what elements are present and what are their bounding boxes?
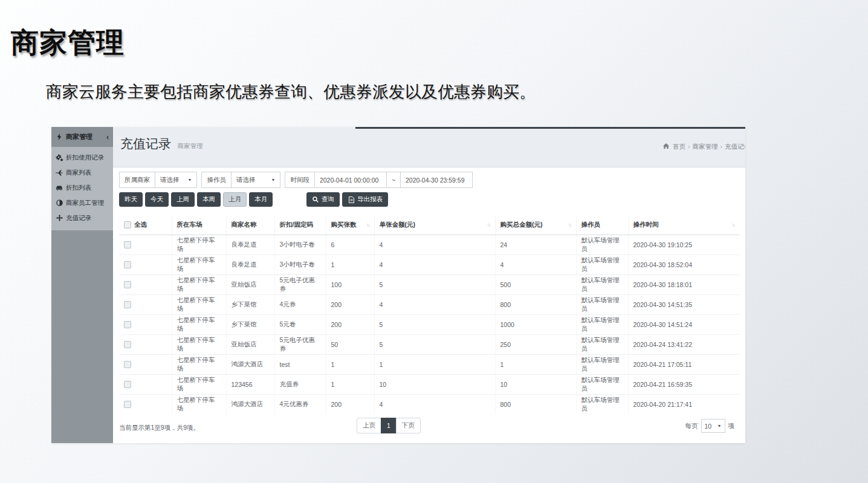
- sidebar-item-discount-list[interactable]: 折扣列表: [51, 180, 113, 195]
- select-all-checkbox[interactable]: [124, 221, 131, 229]
- breadcrumb-section[interactable]: 商家管理: [692, 143, 717, 150]
- cell-total-amount: 24: [495, 235, 576, 254]
- cell-merchant: 亚始饭店: [226, 334, 274, 354]
- table-row: 七星桥下停车场鸿源大酒店test111默认车场管理员2020-04-21 17:…: [119, 354, 739, 374]
- breadcrumb: 首页›商家管理›充值记录: [663, 143, 745, 151]
- sort-icon[interactable]: ↑↓: [568, 222, 571, 228]
- this-week-button[interactable]: 本周: [197, 192, 221, 207]
- row-checkbox-cell: [119, 354, 172, 374]
- sidebar-item-merchant-staff-management[interactable]: 商家员工管理: [51, 195, 113, 210]
- column-operate-time[interactable]: 操作时间↑↓: [628, 215, 739, 235]
- column-unit-amount[interactable]: 单张金额(元)↑↓: [374, 215, 495, 235]
- row-checkbox[interactable]: [124, 381, 131, 388]
- cell-unit-amount: 4: [374, 294, 495, 314]
- column-label: 单张金额(元): [380, 221, 416, 229]
- column-label: 商家名称: [232, 221, 257, 228]
- cell-merchant: 鸿源大酒店: [226, 354, 274, 374]
- home-icon: [663, 143, 669, 149]
- next-page-button[interactable]: 下页: [396, 418, 421, 433]
- operator-filter-label: 操作员: [201, 172, 232, 188]
- sidebar-header-label: 商家管理: [66, 132, 106, 141]
- row-checkbox-cell: [119, 334, 172, 354]
- cell-merchant: 鸿源大酒店: [226, 394, 274, 414]
- cell-park: 七星桥下停车场: [172, 354, 226, 374]
- column-purchase-count[interactable]: 购买张数↑↓: [326, 215, 374, 235]
- cell-total-amount: 500: [495, 274, 576, 294]
- period-to-input[interactable]: 2020-04-30 23:59:59: [400, 172, 473, 188]
- search-button-label: 查询: [322, 195, 334, 204]
- row-checkbox[interactable]: [124, 321, 131, 328]
- search-button[interactable]: 查询: [306, 192, 340, 207]
- cell-unit-amount: 4: [374, 235, 495, 254]
- sort-icon[interactable]: ↑↓: [487, 222, 490, 228]
- cell-unit-amount: 10: [374, 374, 495, 394]
- cell-park: 七星桥下停车场: [172, 235, 226, 254]
- cell-operator: 默认车场管理员: [576, 354, 628, 374]
- row-checkbox[interactable]: [124, 361, 131, 368]
- sidebar-item-label: 充值记录: [66, 214, 91, 222]
- cell-merchant: 良泰足道: [226, 235, 274, 254]
- cell-count: 6: [326, 235, 374, 254]
- sidebar: 商家管理 ‹ 折扣使用记录 商家列表 折扣列表: [51, 127, 113, 443]
- period-from-input[interactable]: 2020-04-01 00:00:00: [314, 172, 387, 188]
- table-row: 七星桥下停车场良泰足道3小时电子卷144默认车场管理员2020-04-30 18…: [119, 254, 739, 274]
- table-row: 七星桥下停车场乡下菜馆4元券2004800默认车场管理员2020-04-30 1…: [119, 294, 739, 314]
- row-checkbox[interactable]: [124, 281, 131, 288]
- car-icon: [56, 184, 63, 192]
- merchant-select[interactable]: 请选择 ▼: [155, 172, 197, 188]
- per-page-select[interactable]: 10 ▼: [701, 419, 725, 433]
- sort-icon[interactable]: ↑↓: [366, 222, 369, 228]
- table-row: 七星桥下停车场良泰足道3小时电子卷6424默认车场管理员2020-04-30 1…: [119, 235, 739, 254]
- row-checkbox[interactable]: [124, 261, 131, 268]
- table-summary: 当前显示第1至9项，共9项。: [119, 424, 199, 432]
- sidebar-item-discount-usage-records[interactable]: 折扣使用记录: [51, 150, 113, 165]
- cell-merchant: 良泰足道: [226, 254, 274, 274]
- cell-count: 200: [326, 294, 374, 314]
- column-label: 操作时间: [633, 221, 659, 229]
- breadcrumb-home[interactable]: 首页: [673, 143, 685, 150]
- caret-down-icon: ▼: [271, 178, 275, 182]
- row-checkbox-cell: [119, 294, 172, 314]
- sidebar-item-merchant-management[interactable]: 商家管理 ‹: [51, 127, 113, 147]
- cell-time: 2020-04-24 13:41:22: [628, 334, 739, 354]
- cell-operator: 默认车场管理员: [576, 314, 628, 334]
- column-total-amount[interactable]: 购买总金额(元)↑↓: [495, 215, 576, 235]
- column-label: 购买总金额(元): [500, 221, 543, 229]
- cell-time: 2020-04-30 19:10:25: [628, 235, 739, 254]
- cell-count: 1: [326, 374, 374, 394]
- last-week-button[interactable]: 上周: [171, 192, 195, 207]
- sort-icon[interactable]: ↑↓: [731, 222, 734, 228]
- recharge-records-table: 全选 所在车场 商家名称 折扣/固定码 购买张数↑↓ 单张金额(元)↑↓ 购买总…: [119, 215, 739, 414]
- row-checkbox[interactable]: [124, 241, 131, 248]
- row-checkbox[interactable]: [124, 401, 131, 408]
- cell-coupon: 5元电子优惠券: [274, 274, 326, 294]
- cell-coupon: 5元卷: [274, 314, 326, 334]
- sidebar-item-label: 折扣列表: [66, 184, 91, 192]
- cell-total-amount: 4: [495, 254, 576, 274]
- table-row: 七星桥下停车场鸿源大酒店4元优惠券2004800默认车场管理员2020-04-2…: [119, 394, 739, 414]
- operator-select[interactable]: 请选择 ▼: [231, 172, 280, 188]
- sidebar-item-merchant-list[interactable]: 商家列表: [51, 165, 113, 180]
- cell-coupon: 5元电子优惠券: [274, 334, 326, 354]
- row-checkbox-cell: [119, 314, 172, 334]
- quick-date-buttons: 昨天 今天 上周 本周 上月 本月 查询 导出报表: [119, 192, 390, 207]
- last-month-button[interactable]: 上月: [223, 192, 247, 207]
- filter-bar: 所属商家 请选择 ▼ 操作员 请选择 ▼ 时间段 2020-04-01 00:0…: [119, 172, 473, 188]
- yesterday-button[interactable]: 昨天: [119, 192, 143, 207]
- prev-page-button[interactable]: 上页: [357, 418, 381, 433]
- row-checkbox[interactable]: [124, 341, 131, 348]
- this-month-button[interactable]: 本月: [249, 192, 273, 207]
- cell-coupon: 4元优惠券: [274, 394, 326, 414]
- column-label: 所在车场: [177, 221, 202, 228]
- row-checkbox-cell: [119, 254, 172, 274]
- cell-coupon: 3小时电子卷: [274, 254, 326, 274]
- sidebar-item-recharge-records[interactable]: 充值记录: [51, 210, 113, 225]
- cell-park: 七星桥下停车场: [172, 314, 226, 334]
- per-page-label: 每页: [685, 422, 698, 430]
- row-checkbox[interactable]: [124, 301, 131, 308]
- cell-total-amount: 800: [495, 294, 576, 314]
- export-report-button[interactable]: 导出报表: [342, 192, 388, 207]
- cell-park: 七星桥下停车场: [172, 394, 226, 414]
- page-1-button[interactable]: 1: [381, 418, 397, 433]
- today-button[interactable]: 今天: [145, 192, 169, 207]
